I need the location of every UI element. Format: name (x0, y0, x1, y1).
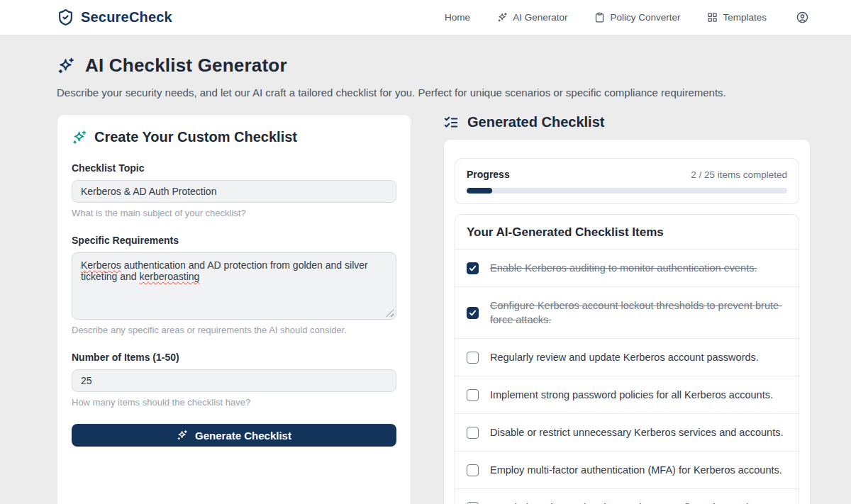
item-count-input[interactable] (72, 369, 396, 392)
page-content: AI Checklist Generator Describe your sec… (57, 35, 811, 504)
requirements-text-word2: kerberoasting (140, 271, 200, 282)
sparkles-icon (72, 130, 87, 145)
nav-item-templates[interactable]: Templates (707, 12, 767, 23)
checklist-items-card: Your AI-Generated Checklist Items Enable… (455, 214, 799, 504)
item-checkbox[interactable] (467, 502, 479, 504)
brand-name: SecureCheck (81, 9, 172, 26)
nav-item-templates-label: Templates (723, 12, 767, 23)
checklist-item[interactable]: Enable Kerberos auditing to monitor auth… (455, 250, 799, 287)
item-checkbox[interactable] (467, 464, 479, 476)
checklist-items-title: Your AI-Generated Checklist Items (455, 215, 799, 250)
checklist-items: Enable Kerberos auditing to monitor auth… (455, 250, 799, 504)
item-checkbox[interactable] (467, 262, 479, 274)
form-title: Create Your Custom Checklist (94, 129, 297, 145)
item-checkbox[interactable] (467, 352, 479, 364)
progress-card: Progress 2 / 25 items completed (455, 158, 799, 204)
generated-checklist-title: Generated Checklist (467, 114, 604, 130)
item-checkbox[interactable] (467, 389, 479, 401)
item-label: Enable Kerberos auditing to monitor auth… (490, 261, 757, 275)
page-title: AI Checklist Generator (85, 55, 287, 77)
checklist-item[interactable]: Implement strong password policies for a… (455, 376, 799, 414)
generate-checklist-button[interactable]: Generate Checklist (72, 424, 396, 447)
item-count-helper: How many items should the checklist have… (72, 397, 396, 408)
nav-item-policy-converter[interactable]: Policy Converter (594, 12, 680, 23)
item-label: Configure Kerberos account lockout thres… (490, 298, 787, 327)
item-label: Employ multi-factor authentication (MFA)… (490, 463, 782, 477)
nav-item-home-label: Home (445, 12, 470, 23)
top-nav: SecureCheck Home AI Generator Policy Con… (0, 0, 851, 35)
item-checkbox[interactable] (467, 307, 479, 319)
item-label: Disable or restrict unnecessary Kerberos… (490, 425, 783, 439)
generated-checklist-section: Generated Checklist Progress 2 / 25 item… (443, 114, 811, 504)
item-checkbox[interactable] (467, 427, 479, 439)
user-circle-icon[interactable] (796, 11, 808, 23)
checklist-item[interactable]: Employ multi-factor authentication (MFA)… (455, 452, 799, 489)
topic-input[interactable] (72, 180, 396, 203)
checklist-item[interactable]: Regularly review and update Kerberos acc… (455, 339, 799, 376)
topic-label: Checklist Topic (72, 162, 396, 174)
brand-logo[interactable]: SecureCheck (57, 9, 172, 26)
nav-item-home[interactable]: Home (445, 12, 470, 23)
requirements-text-middle: authentication and AD protection from go… (81, 259, 368, 282)
progress-label: Progress (467, 169, 510, 180)
item-label: Regularly review and update Kerberos con… (490, 500, 768, 504)
progress-status: 2 / 25 items completed (691, 169, 787, 180)
progress-fill (467, 188, 492, 194)
sparkles-icon (177, 430, 188, 441)
topic-helper: What is the main subject of your checkli… (72, 208, 396, 218)
requirements-textarea[interactable]: Kerberos authentication and AD protectio… (72, 252, 396, 320)
item-count-label: Number of Items (1-50) (72, 352, 396, 363)
progress-bar (467, 188, 787, 194)
requirements-label: Specific Requirements (72, 235, 396, 246)
list-checks-icon (443, 115, 459, 130)
item-label: Regularly review and update Kerberos acc… (490, 350, 759, 364)
nav-item-policy-converter-label: Policy Converter (610, 12, 680, 23)
requirements-helper: Describe any specific areas or requireme… (72, 325, 396, 335)
nav-item-ai-generator-label: AI Generator (513, 12, 567, 23)
generated-checklist-card: Progress 2 / 25 items completed Your AI-… (443, 139, 811, 504)
requirements-text-word1: Kerberos (81, 259, 121, 271)
checklist-item[interactable]: Regularly review and update Kerberos con… (455, 489, 799, 504)
shield-check-icon (57, 9, 74, 26)
sparkles-icon (497, 12, 508, 23)
checklist-item[interactable]: Disable or restrict unnecessary Kerberos… (455, 414, 799, 452)
sparkles-icon (57, 57, 75, 75)
create-checklist-card: Create Your Custom Checklist Checklist T… (57, 114, 411, 504)
nav-item-ai-generator[interactable]: AI Generator (497, 12, 567, 23)
item-label: Implement strong password policies for a… (490, 388, 773, 402)
generate-checklist-button-label: Generate Checklist (195, 430, 291, 442)
checklist-item[interactable]: Configure Kerberos account lockout thres… (455, 287, 799, 339)
nav-links: Home AI Generator Policy Converter Templ… (445, 11, 808, 23)
hero: AI Checklist Generator Describe your sec… (57, 35, 811, 99)
page-subtitle: Describe your security needs, and let ou… (57, 86, 811, 99)
grid-icon (707, 12, 718, 23)
resize-handle-icon[interactable] (386, 309, 394, 317)
clipboard-icon (594, 12, 605, 23)
